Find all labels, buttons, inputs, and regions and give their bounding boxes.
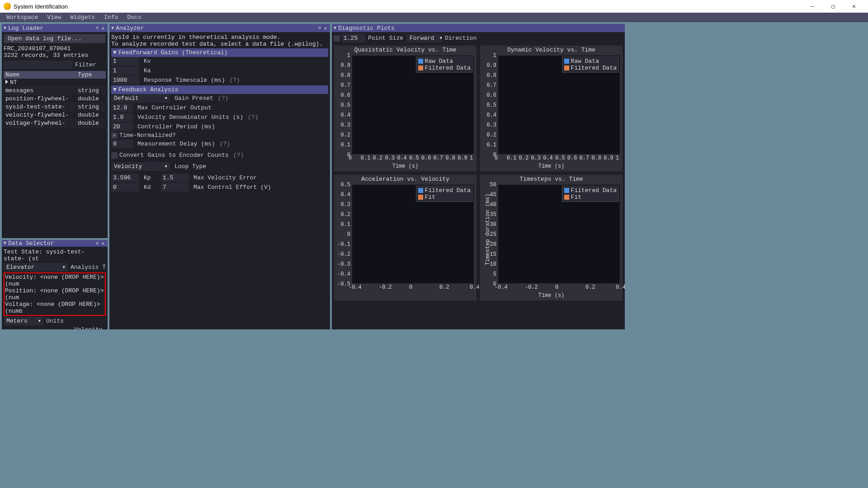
chart-0[interactable]: Quasistatic Velocity vs. Time10.90.80.70… [334, 45, 477, 172]
loop-type-select[interactable]: Velocity▼ [111, 162, 170, 171]
open-log-button[interactable]: Open data log file... [4, 34, 106, 43]
units-select[interactable]: Meters ▼ [4, 317, 43, 325]
feedforward-header[interactable]: ▼ Feedforward Gains (Theoretical) [111, 48, 328, 57]
chart-3[interactable]: Timesteps vs. Time50454035302520151050-0… [480, 174, 623, 301]
convert-gains-checkbox[interactable] [111, 152, 118, 159]
help-icon[interactable]: (?) [218, 95, 228, 102]
y-tick: 1 [347, 52, 350, 59]
point-size-input[interactable] [342, 34, 365, 42]
legend-text: Fit [425, 194, 435, 201]
tree-expand-icon[interactable] [5, 80, 8, 84]
x-axis-label: Time (s) [480, 163, 623, 169]
panel-menu-icon[interactable]: ≡ [94, 25, 100, 31]
x-axis-label: Time (s) [334, 163, 476, 169]
ka-input[interactable] [111, 66, 139, 75]
filter-input[interactable] [4, 61, 72, 69]
menu-widgets[interactable]: Widgets [66, 13, 99, 22]
panel-menu-icon[interactable]: ≡ [94, 241, 100, 246]
velocity-scale-input[interactable] [4, 329, 71, 330]
log-loader-header[interactable]: ▼ Log Loader ≡ ✕ [2, 24, 108, 32]
controller-period-input[interactable] [111, 122, 133, 131]
velocity-drop-target[interactable]: Velocity: <none (DROP HERE)> (num [5, 274, 104, 287]
help-icon[interactable]: (?) [229, 77, 240, 84]
table-row[interactable]: position-flywheel-double [4, 95, 106, 103]
table-row[interactable]: voltage-flywheel-double [4, 119, 106, 127]
table-row[interactable]: messagesstring [4, 87, 106, 95]
analyzer-panel: ▼ Analyzer ≡ ✕ SysId is currently in the… [109, 24, 330, 329]
direction-select[interactable]: Forward▼ [407, 34, 442, 42]
gain-preset-select[interactable]: Default▼ [111, 94, 170, 103]
y-tick: 0.3 [486, 122, 496, 128]
table-row[interactable]: NT [4, 79, 106, 87]
minimize-button[interactable]: — [802, 0, 823, 13]
menu-info[interactable]: Info [99, 13, 123, 22]
menu-docs[interactable]: Docs [123, 13, 146, 22]
legend-item[interactable]: Raw Data [418, 58, 471, 65]
legend[interactable]: Raw DataFiltered Data [416, 56, 473, 73]
panel-close-icon[interactable]: ✕ [100, 25, 106, 31]
legend-item[interactable]: Raw Data [564, 58, 617, 65]
legend-item[interactable]: Filtered Data [564, 187, 617, 194]
col-header-name[interactable]: Name [4, 71, 76, 79]
position-drop-target[interactable]: Position: <none (DROP HERE)> (num [5, 287, 104, 301]
legend[interactable]: Raw DataFiltered Data [562, 56, 619, 73]
x-tick: 0.4 [543, 155, 553, 161]
point-size-checkbox[interactable] [334, 35, 340, 42]
vel-denom-input[interactable] [111, 113, 133, 122]
x-tick: 0.7 [580, 155, 590, 161]
time-normalized-checkbox[interactable]: ✓ [111, 132, 118, 139]
chart-1[interactable]: Dynamic Velocity vs. Time10.90.80.70.60.… [480, 45, 623, 172]
data-selector-header[interactable]: ▼ Data Selector ≡ ✕ [2, 240, 108, 247]
help-icon[interactable]: (?) [233, 152, 244, 159]
menu-view[interactable]: View [42, 13, 66, 22]
measurement-delay-input[interactable] [111, 140, 133, 148]
legend-item[interactable]: Filtered Data [564, 65, 617, 71]
analyzer-header[interactable]: ▼ Analyzer ≡ ✕ [109, 24, 330, 32]
legend[interactable]: Filtered DataFit [562, 186, 619, 202]
chevron-down-icon: ▼ [38, 319, 41, 324]
legend[interactable]: Filtered DataFit [416, 186, 473, 202]
legend-item[interactable]: Fit [418, 194, 471, 201]
kp-input[interactable] [111, 174, 139, 182]
units-label: Units [46, 318, 64, 324]
table-row[interactable]: velocity-flywheel-double [4, 111, 106, 119]
kd-input[interactable] [111, 183, 139, 192]
kv-input[interactable] [111, 57, 139, 66]
rt-label: Response Timescale (ms) [144, 77, 225, 84]
x-tick: 0 [409, 284, 412, 291]
diagnostic-header[interactable]: ▼ Diagnostic Plots [332, 24, 625, 32]
collapse-icon: ▼ [113, 86, 117, 93]
max-effort-input[interactable] [161, 183, 189, 192]
max-output-input[interactable] [111, 103, 133, 112]
help-icon[interactable]: (?) [220, 141, 230, 147]
kd-label: Kd [144, 184, 161, 191]
panel-menu-icon[interactable]: ≡ [317, 25, 323, 31]
y-tick: 50 [490, 182, 496, 188]
legend-item[interactable]: Filtered Data [418, 65, 471, 71]
close-button[interactable]: ✕ [844, 0, 864, 13]
legend-item[interactable]: Fit [564, 194, 617, 201]
response-timescale-input[interactable] [111, 76, 139, 84]
legend-item[interactable]: Filtered Data [418, 187, 471, 194]
max-vel-err-input[interactable] [161, 174, 189, 182]
test-state-label: Test State: sysid-test-state- (st [4, 249, 106, 262]
y-tick: 0.8 [340, 72, 350, 79]
y-tick: -0.1 [337, 241, 350, 248]
y-tick: 0.1 [486, 142, 496, 148]
analysis-type-select[interactable]: Elevator ▼ [4, 263, 68, 272]
menu-workspace[interactable]: Workspace [2, 13, 42, 22]
entry-type: double [76, 111, 103, 119]
feedback-header[interactable]: ▼ Feedback Analysis [111, 85, 328, 94]
col-header-type[interactable]: Type [76, 71, 103, 79]
chart-2[interactable]: Acceleration vs. Velocity0.50.40.30.20.1… [334, 174, 477, 301]
chart-title: Acceleration vs. Velocity [334, 175, 476, 183]
max-vel-err-label: Max Velocity Error [193, 174, 257, 181]
help-icon[interactable]: (?) [248, 114, 258, 121]
panel-close-icon[interactable]: ✕ [100, 240, 106, 246]
voltage-drop-target[interactable]: Voltage: <none (DROP HERE)> (numb [5, 301, 104, 314]
table-row[interactable]: sysid-test-state-string [4, 103, 106, 111]
maximize-button[interactable]: ▢ [823, 0, 844, 13]
panel-close-icon[interactable]: ✕ [322, 25, 328, 31]
legend-swatch [418, 188, 423, 193]
entry-type: double [76, 119, 103, 127]
